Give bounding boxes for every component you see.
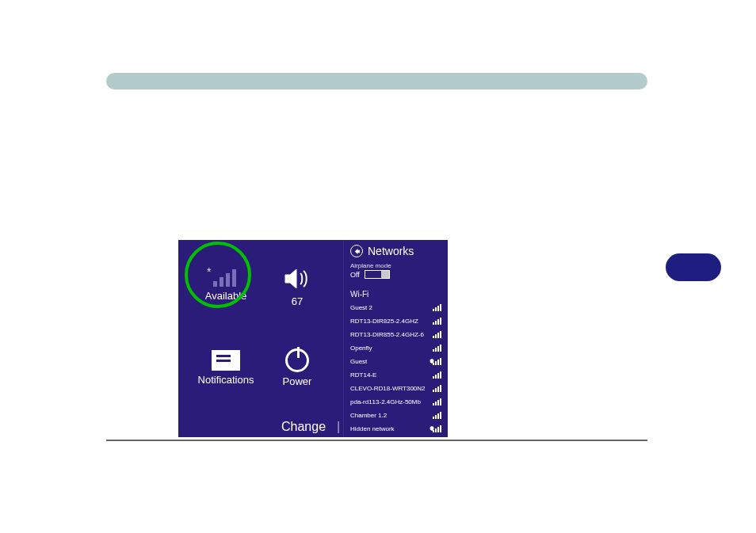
signal-strength-icon (432, 303, 443, 311)
page-marker-pill (666, 253, 721, 281)
arrow-left-icon (353, 248, 361, 255)
wifi-network-name: RDT14-E (350, 371, 376, 379)
wifi-network-name: CLEVO-RD18-WRT300N2 (350, 385, 426, 392)
wifi-network-name: Guest (350, 358, 367, 365)
power-icon (285, 348, 309, 372)
wifi-network-name: Openfly (350, 345, 372, 352)
airplane-mode-state: Off (350, 271, 360, 279)
signal-strength-icon (432, 371, 443, 379)
signal-strength-icon (432, 330, 443, 338)
wifi-section-label: Wi-Fi (350, 290, 443, 299)
wifi-network-list: Guest 2RDT13-DIR825-2.4GHZRDT13-DIR855-2… (350, 302, 443, 434)
panel-title: Networks (368, 245, 414, 257)
wifi-network-item[interactable]: pda-rd113-2.4GHz-50Mb (350, 396, 443, 407)
wifi-network-item[interactable]: Guest (350, 356, 443, 367)
wifi-network-item[interactable]: Guest 2 (350, 302, 443, 313)
tile-notifications[interactable]: Notifications (194, 339, 258, 386)
networks-panel: Networks Airplane mode Off Wi-Fi Guest 2… (343, 240, 448, 437)
wifi-network-name: pda-rd113-2.4GHz-50Mb (350, 398, 421, 405)
tile-volume-label: 67 (265, 295, 329, 307)
wifi-network-name: RDT13-DIR825-2.4GHZ (350, 318, 418, 325)
signal-strength-icon (432, 317, 443, 325)
wifi-network-item[interactable]: RDT13-DIR825-2.4GHZ (350, 315, 443, 326)
signal-strength-icon (432, 411, 443, 419)
wifi-network-item[interactable]: Chamber 1.2 (350, 409, 443, 421)
decorative-bar (106, 73, 647, 89)
back-button[interactable] (350, 245, 363, 257)
wifi-network-item[interactable]: Openfly (350, 342, 443, 353)
signal-strength-icon (432, 344, 443, 352)
tile-volume[interactable]: 67 (265, 257, 329, 307)
signal-strength-icon (432, 424, 443, 432)
wifi-network-name: Hidden network (350, 425, 395, 432)
wifi-network-item[interactable]: RDT13-DIR855-2.4GHZ-6 (350, 329, 443, 340)
wifi-network-item[interactable]: RDT14-E (350, 369, 443, 380)
signal-strength-icon (432, 384, 443, 392)
wifi-network-item[interactable]: CLEVO-RD18-WRT300N2 (350, 383, 443, 394)
notification-icon (212, 350, 240, 371)
highlight-circle (185, 242, 251, 308)
text-cutoff: | (337, 420, 340, 434)
change-pc-settings-link[interactable]: Change (281, 420, 326, 434)
panel-header: Networks (350, 245, 443, 257)
airplane-mode-row: Airplane mode Off (350, 262, 443, 279)
horizontal-rule (106, 440, 647, 441)
volume-icon (283, 265, 311, 292)
wifi-network-item[interactable]: Hidden network (350, 423, 443, 434)
signal-strength-icon (432, 357, 443, 365)
airplane-mode-toggle[interactable] (365, 270, 390, 279)
wifi-network-name: RDT13-DIR855-2.4GHZ-6 (350, 331, 424, 338)
airplane-mode-label: Airplane mode (350, 262, 443, 269)
wifi-network-name: Chamber 1.2 (350, 412, 387, 419)
tile-power-label: Power (265, 375, 329, 387)
signal-strength-icon (432, 398, 443, 405)
tile-notifications-label: Notifications (194, 374, 258, 386)
wifi-network-name: Guest 2 (350, 304, 372, 311)
tile-power[interactable]: Power (265, 339, 329, 387)
